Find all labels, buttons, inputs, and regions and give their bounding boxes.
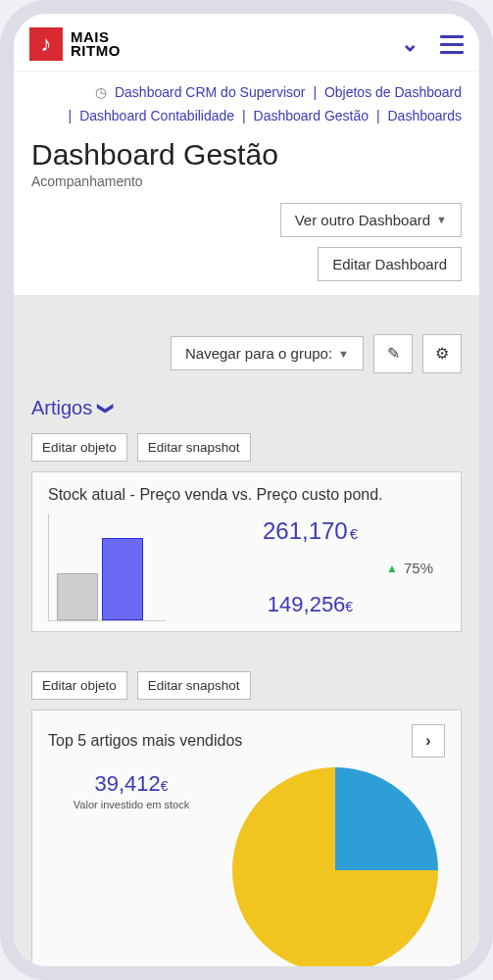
edit-snapshot-button[interactable]: Editar snapshot	[137, 433, 251, 462]
edit-object-button[interactable]: Editar objeto	[31, 433, 127, 462]
edit-row: Editar objeto Editar snapshot	[31, 433, 462, 462]
top5-left: 39,412€ Valor investido em stock	[48, 767, 215, 966]
title-block: Dashboard Gestão Acompanhamento Ver outr…	[14, 132, 479, 295]
logo[interactable]: ♪ MAIS RITMO	[29, 27, 121, 61]
page-subtitle: Acompanhamento	[31, 173, 462, 189]
breadcrumb-link[interactable]: Dashboard Gestão	[254, 108, 370, 123]
gear-button[interactable]: ⚙	[422, 334, 462, 373]
breadcrumb-link[interactable]: Dashboard Contabilidade	[79, 108, 234, 123]
hamburger-menu-icon[interactable]	[440, 35, 464, 54]
stock-bar-chart	[48, 514, 166, 621]
topbar-actions: ⌄	[401, 31, 464, 57]
pencil-icon: ✎	[387, 344, 400, 363]
dashboard-body: Navegar para o grupo: ▼ ✎ ⚙ Artigos ❯ .s…	[14, 295, 479, 966]
edit-row: Editar objeto Editar snapshot	[31, 671, 462, 700]
section-artigos-header[interactable]: Artigos ❯	[31, 397, 462, 419]
topbar: ♪ MAIS RITMO ⌄	[14, 14, 479, 72]
chevron-down-icon[interactable]: ⌄	[401, 31, 419, 57]
logo-text: MAIS RITMO	[71, 30, 121, 59]
clock-icon: ◷	[95, 84, 107, 100]
caret-down-icon: ▼	[338, 348, 349, 360]
expand-button[interactable]: ›	[412, 724, 445, 758]
group-nav-row: Navegar para o grupo: ▼ ✎ ⚙	[31, 334, 462, 373]
stock-pct: ▲ 75%	[175, 560, 445, 576]
see-other-dashboard-button[interactable]: Ver outro Dashboard ▼	[280, 203, 462, 237]
top5-pie-chart	[232, 767, 438, 966]
breadcrumb: ◷ Dashboard CRM do Supervisor | Objetos …	[14, 72, 479, 132]
stock-values: 261,170€ ▲ 75% 149,256€	[175, 514, 445, 621]
triangle-up-icon: ▲	[386, 562, 398, 575]
edit-object-button[interactable]: Editar objeto	[31, 671, 127, 700]
logo-line2: RITMO	[71, 44, 121, 58]
bar-sale	[102, 538, 143, 620]
navigate-group-dropdown[interactable]: Navegar para o grupo: ▼	[171, 336, 364, 370]
screen: ♪ MAIS RITMO ⌄ ◷ Dashboard CRM do Superv…	[14, 14, 479, 966]
breadcrumb-link[interactable]: Dashboards	[388, 108, 463, 123]
top5-body: 39,412€ Valor investido em stock	[48, 767, 445, 966]
top5-card-header: Top 5 artigos mais vendidos ›	[48, 724, 445, 758]
chevron-right-icon: ›	[425, 732, 430, 750]
top5-card-title: Top 5 artigos mais vendidos	[48, 732, 242, 750]
pencil-button[interactable]: ✎	[373, 334, 413, 373]
phone-frame: ♪ MAIS RITMO ⌄ ◷ Dashboard CRM do Superv…	[0, 0, 493, 980]
breadcrumb-link[interactable]: Dashboard CRM do Supervisor	[115, 84, 306, 100]
gear-icon: ⚙	[435, 344, 449, 363]
music-note-icon: ♪	[29, 27, 63, 61]
bar-cost	[57, 573, 98, 620]
top5-value: 39,412€	[48, 771, 215, 797]
stock-card-title: Stock atual - Preço venda vs. Preço cust…	[48, 486, 445, 504]
stock-card-body: 261,170€ ▲ 75% 149,256€	[48, 514, 445, 621]
page-title: Dashboard Gestão	[31, 138, 462, 172]
caret-down-icon: ▼	[436, 214, 447, 225]
section-title: Artigos	[31, 397, 92, 419]
stock-value-bottom: 149,256€	[175, 592, 445, 617]
stock-value-top: 261,170€	[175, 517, 445, 545]
breadcrumb-link[interactable]: Objetos de Dashboard	[324, 84, 462, 100]
title-actions: Ver outro Dashboard ▼ Editar Dashboard	[31, 203, 462, 281]
stock-card: Stock atual - Preço venda vs. Preço cust…	[31, 471, 462, 632]
top5-subtitle: Valor investido em stock	[48, 799, 215, 810]
top5-card: Top 5 artigos mais vendidos › 39,412€ Va…	[31, 710, 462, 966]
pie-wrap	[224, 767, 445, 966]
edit-snapshot-button[interactable]: Editar snapshot	[137, 671, 251, 700]
chevron-down-icon: ❯	[97, 402, 116, 415]
edit-dashboard-button[interactable]: Editar Dashboard	[318, 247, 462, 281]
